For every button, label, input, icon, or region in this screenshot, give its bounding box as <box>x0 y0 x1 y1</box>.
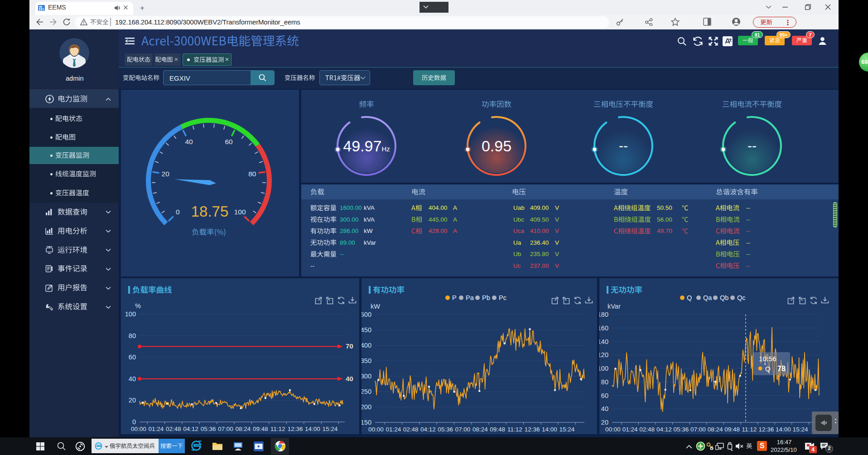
svg-text:15:24: 15:24 <box>559 426 574 433</box>
svg-text:01:24: 01:24 <box>149 426 164 432</box>
svg-text:kW: kW <box>371 303 380 310</box>
svg-text:14:00: 14:00 <box>305 426 320 432</box>
svg-text:12:36: 12:36 <box>288 426 303 432</box>
svg-text:40: 40 <box>346 375 353 382</box>
svg-text:80: 80 <box>248 170 256 178</box>
svg-text:0: 0 <box>132 418 136 426</box>
svg-text:02:48: 02:48 <box>403 426 419 433</box>
svg-text:78: 78 <box>777 365 786 373</box>
svg-text:100: 100 <box>234 208 246 216</box>
svg-text:04:12: 04:12 <box>420 426 436 433</box>
svg-text:01:24: 01:24 <box>622 426 638 433</box>
svg-text:12:36: 12:36 <box>525 426 540 433</box>
svg-text:80: 80 <box>601 378 608 386</box>
svg-text:07:00: 07:00 <box>690 426 706 433</box>
svg-text:07:00: 07:00 <box>218 426 233 432</box>
svg-text:10:56: 10:56 <box>759 355 776 363</box>
svg-text:100: 100 <box>125 310 136 318</box>
svg-text:11:12: 11:12 <box>507 426 522 433</box>
svg-text:04:12: 04:12 <box>656 426 672 433</box>
svg-text:14:00: 14:00 <box>776 426 791 433</box>
svg-text:Q: Q <box>765 365 771 373</box>
svg-text:14:00: 14:00 <box>542 426 557 433</box>
svg-text:60: 60 <box>129 353 136 361</box>
svg-text:140: 140 <box>599 338 608 345</box>
svg-text:250: 250 <box>362 388 371 395</box>
svg-text:02:48: 02:48 <box>166 426 181 432</box>
svg-text:08:24: 08:24 <box>236 426 251 432</box>
svg-text:180: 180 <box>599 311 608 318</box>
svg-text:15:24: 15:24 <box>323 426 338 432</box>
svg-text:20: 20 <box>601 419 608 426</box>
svg-text:100: 100 <box>599 365 608 372</box>
svg-text:05:36: 05:36 <box>201 426 216 432</box>
svg-text:60: 60 <box>601 392 608 399</box>
svg-text:09:48: 09:48 <box>253 426 268 432</box>
svg-text:40: 40 <box>601 405 608 412</box>
svg-text:09:48: 09:48 <box>490 426 505 433</box>
svg-text:00:00: 00:00 <box>605 426 621 433</box>
svg-text:20: 20 <box>162 170 170 178</box>
svg-text:12:36: 12:36 <box>759 426 774 433</box>
svg-text:00:00: 00:00 <box>131 426 146 432</box>
svg-text:120: 120 <box>599 351 608 358</box>
svg-text:450: 450 <box>362 326 371 334</box>
svg-text:04:12: 04:12 <box>183 426 198 432</box>
svg-text:70: 70 <box>346 342 353 350</box>
svg-text:150: 150 <box>362 419 371 426</box>
svg-text:07:00: 07:00 <box>455 426 471 433</box>
svg-text:200: 200 <box>362 403 371 411</box>
svg-text:05:36: 05:36 <box>438 426 453 433</box>
svg-text:20: 20 <box>129 397 136 404</box>
svg-text:11:12: 11:12 <box>270 426 285 432</box>
svg-text:--: -- <box>747 138 757 153</box>
svg-text:05:36: 05:36 <box>674 426 689 433</box>
svg-text:60: 60 <box>225 138 233 145</box>
svg-text:18.75: 18.75 <box>191 203 229 220</box>
svg-text:01:24: 01:24 <box>386 426 401 433</box>
svg-text:kVar: kVar <box>608 303 621 310</box>
svg-text:40: 40 <box>185 138 193 145</box>
svg-text:500: 500 <box>362 311 371 318</box>
svg-text:%: % <box>135 302 141 310</box>
svg-text:160: 160 <box>599 324 608 332</box>
svg-text:--: -- <box>619 138 628 153</box>
svg-text:40: 40 <box>129 375 136 382</box>
svg-text:0.95: 0.95 <box>482 137 511 155</box>
svg-text:02:48: 02:48 <box>639 426 655 433</box>
svg-text:00:00: 00:00 <box>368 426 384 433</box>
svg-text:0: 0 <box>176 208 180 216</box>
svg-text:09:48: 09:48 <box>724 426 740 433</box>
svg-text:80: 80 <box>129 332 136 339</box>
svg-text:11:12: 11:12 <box>742 426 757 433</box>
svg-text:350: 350 <box>362 357 371 364</box>
svg-text:300: 300 <box>362 373 371 380</box>
svg-text:08:24: 08:24 <box>708 426 723 433</box>
svg-text:08:24: 08:24 <box>473 426 488 433</box>
svg-text:400: 400 <box>362 342 371 349</box>
svg-text:15:24: 15:24 <box>793 426 808 433</box>
